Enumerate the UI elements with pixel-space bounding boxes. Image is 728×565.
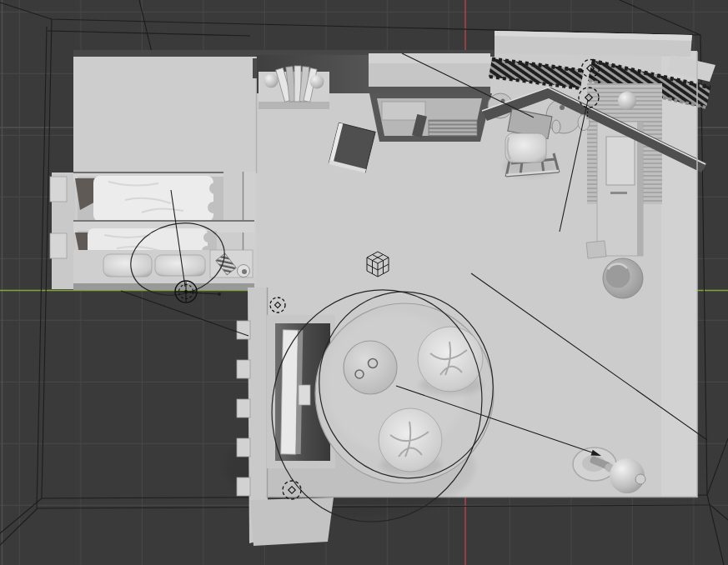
open-door-panel[interactable] xyxy=(281,330,299,454)
right-wall-lightband xyxy=(661,52,697,498)
cup-1[interactable] xyxy=(355,370,364,378)
waste-bin[interactable] xyxy=(603,258,643,298)
keyboard-tray[interactable] xyxy=(369,93,492,142)
chair-cushion xyxy=(505,133,546,162)
wall-bottom-face xyxy=(250,498,334,546)
door-handle[interactable] xyxy=(610,192,627,194)
wall-tooth-2 xyxy=(237,360,250,378)
constraint-endpoint-dot xyxy=(218,292,221,296)
shelf-board-edge xyxy=(259,102,329,109)
keyboard[interactable] xyxy=(429,120,477,136)
cup-2[interactable] xyxy=(369,359,378,368)
floor-table[interactable] xyxy=(344,341,397,394)
camera-gizmo[interactable] xyxy=(175,281,197,302)
pouf-top[interactable] xyxy=(418,327,483,395)
bench-cushion-1[interactable] xyxy=(103,254,152,277)
desk[interactable] xyxy=(369,53,492,142)
wall-notch-2 xyxy=(50,233,67,258)
dish-center xyxy=(242,269,247,274)
door-handle-tab xyxy=(299,385,310,405)
cup[interactable] xyxy=(578,115,590,131)
mouse[interactable] xyxy=(552,120,560,133)
bench[interactable] xyxy=(73,250,254,290)
bookend-sphere-left[interactable] xyxy=(264,74,279,88)
viewport-canvas[interactable] xyxy=(0,0,728,565)
bed-upper[interactable] xyxy=(75,176,223,222)
door-panel xyxy=(606,137,635,185)
bench-front-edge xyxy=(73,283,254,290)
lamp-nub xyxy=(635,474,645,484)
doorknob-sphere[interactable] xyxy=(618,92,636,110)
door-base xyxy=(586,241,606,258)
wall-notch-1 xyxy=(50,177,67,202)
wall-tooth-3 xyxy=(237,399,250,418)
desk-top-highlight xyxy=(369,53,490,63)
viewport-3d[interactable] xyxy=(0,0,728,565)
wall-tooth-1 xyxy=(237,321,250,339)
wall-tooth-5 xyxy=(237,478,250,496)
bench-cushion-2[interactable] xyxy=(155,255,205,276)
stool-knob-2 xyxy=(560,105,565,110)
lounge-area[interactable] xyxy=(315,303,494,483)
pouf-bottom[interactable] xyxy=(379,408,442,475)
wall-tooth-4 xyxy=(237,438,250,457)
bookend-sphere-right[interactable] xyxy=(310,75,324,89)
